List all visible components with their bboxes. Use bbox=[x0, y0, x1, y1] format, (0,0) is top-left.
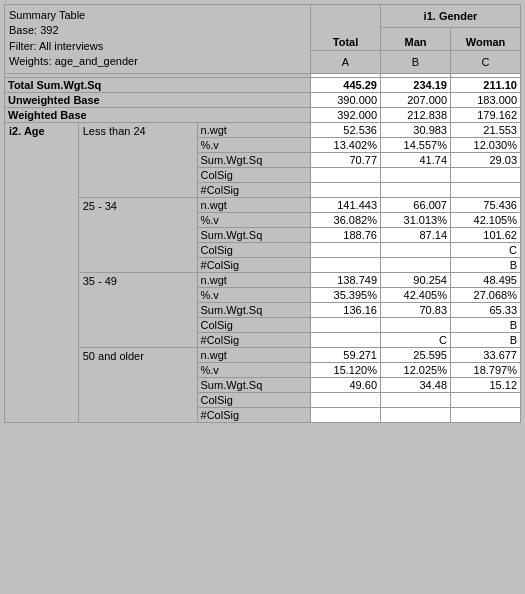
data-cell-a: 59.271 bbox=[311, 347, 381, 362]
age-group-label: 35 - 49 bbox=[78, 272, 197, 347]
data-cell-c: 18.797% bbox=[451, 362, 521, 377]
stat-label: ColSig bbox=[197, 242, 310, 257]
data-cell-c: 12.030% bbox=[451, 137, 521, 152]
data-cell-c bbox=[451, 167, 521, 182]
data-cell-c: 27.068% bbox=[451, 287, 521, 302]
gender-header: i1. Gender bbox=[381, 5, 521, 28]
data-cell-a bbox=[311, 242, 381, 257]
data-cell-c: 29.03 bbox=[451, 152, 521, 167]
data-cell-c: 101.62 bbox=[451, 227, 521, 242]
data-cell-a: 13.402% bbox=[311, 137, 381, 152]
data-cell-b: 87.14 bbox=[381, 227, 451, 242]
data-cell-c bbox=[451, 407, 521, 422]
stat-label: n.wgt bbox=[197, 272, 310, 287]
base: Base: 392 bbox=[9, 24, 59, 36]
weights: Weights: age_and_gender bbox=[9, 55, 138, 67]
unweighted-base-a: 390.000 bbox=[311, 92, 381, 107]
total-sum-row: Total Sum.Wgt.Sq 445.29 234.19 211.10 bbox=[5, 77, 521, 92]
data-cell-b: 66.007 bbox=[381, 197, 451, 212]
data-cell-a: 138.749 bbox=[311, 272, 381, 287]
data-cell-b bbox=[381, 182, 451, 197]
data-cell-c: C bbox=[451, 242, 521, 257]
data-cell-a: 35.395% bbox=[311, 287, 381, 302]
stat-label: %.v bbox=[197, 137, 310, 152]
data-cell-a: 36.082% bbox=[311, 212, 381, 227]
total-sum-c: 211.10 bbox=[451, 77, 521, 92]
table-row: 25 - 34n.wgt141.44366.00775.436 bbox=[5, 197, 521, 212]
data-cell-c: 65.33 bbox=[451, 302, 521, 317]
data-cell-c: 48.495 bbox=[451, 272, 521, 287]
unweighted-base-row: Unweighted Base 390.000 207.000 183.000 bbox=[5, 92, 521, 107]
weighted-base-label: Weighted Base bbox=[5, 107, 311, 122]
data-cell-b: 30.983 bbox=[381, 122, 451, 137]
col-b-label: B bbox=[381, 50, 451, 73]
data-cell-b: 90.254 bbox=[381, 272, 451, 287]
data-cell-a: 70.77 bbox=[311, 152, 381, 167]
data-cell-b: C bbox=[381, 332, 451, 347]
data-cell-a: 15.120% bbox=[311, 362, 381, 377]
unweighted-base-label: Unweighted Base bbox=[5, 92, 311, 107]
data-cell-b bbox=[381, 257, 451, 272]
col-c-label: C bbox=[451, 50, 521, 73]
data-cell-a: 52.536 bbox=[311, 122, 381, 137]
stat-label: n.wgt bbox=[197, 347, 310, 362]
data-cell-c bbox=[451, 392, 521, 407]
data-cell-c: 33.677 bbox=[451, 347, 521, 362]
total-sum-a: 445.29 bbox=[311, 77, 381, 92]
data-cell-a: 49.60 bbox=[311, 377, 381, 392]
weighted-base-a: 392.000 bbox=[311, 107, 381, 122]
stat-label: %.v bbox=[197, 287, 310, 302]
data-cell-b: 25.595 bbox=[381, 347, 451, 362]
woman-header: Woman bbox=[451, 27, 521, 50]
table-row: 50 and oldern.wgt59.27125.59533.677 bbox=[5, 347, 521, 362]
data-cell-a: 136.16 bbox=[311, 302, 381, 317]
filter: Filter: All interviews bbox=[9, 40, 103, 52]
data-cell-a bbox=[311, 317, 381, 332]
col-a-label: A bbox=[311, 50, 381, 73]
stat-label: Sum.Wgt.Sq bbox=[197, 302, 310, 317]
data-cell-c: B bbox=[451, 317, 521, 332]
stat-label: #ColSig bbox=[197, 182, 310, 197]
data-cell-a bbox=[311, 257, 381, 272]
total-sum-label: Total Sum.Wgt.Sq bbox=[5, 77, 311, 92]
data-cell-b: 34.48 bbox=[381, 377, 451, 392]
man-header: Man bbox=[381, 27, 451, 50]
data-cell-b bbox=[381, 242, 451, 257]
weighted-base-b: 212.838 bbox=[381, 107, 451, 122]
data-cell-a bbox=[311, 332, 381, 347]
stat-label: %.v bbox=[197, 212, 310, 227]
data-cell-a: 141.443 bbox=[311, 197, 381, 212]
data-cell-b bbox=[381, 167, 451, 182]
total-sum-b: 234.19 bbox=[381, 77, 451, 92]
data-cell-b bbox=[381, 317, 451, 332]
stat-label: #ColSig bbox=[197, 407, 310, 422]
data-cell-b: 70.83 bbox=[381, 302, 451, 317]
stat-label: #ColSig bbox=[197, 257, 310, 272]
data-cell-b bbox=[381, 407, 451, 422]
stat-label: Sum.Wgt.Sq bbox=[197, 152, 310, 167]
data-cell-a: 188.76 bbox=[311, 227, 381, 242]
i2-age-label: i2. Age bbox=[5, 122, 79, 422]
data-cell-c: 42.105% bbox=[451, 212, 521, 227]
data-cell-b: 31.013% bbox=[381, 212, 451, 227]
data-cell-c: B bbox=[451, 332, 521, 347]
unweighted-base-b: 207.000 bbox=[381, 92, 451, 107]
summary-header: Summary Table Base: 392 Filter: All inte… bbox=[5, 5, 311, 74]
age-group-label: Less than 24 bbox=[78, 122, 197, 197]
total-header: Total bbox=[311, 5, 381, 51]
data-cell-a bbox=[311, 182, 381, 197]
stat-label: n.wgt bbox=[197, 197, 310, 212]
data-cell-b: 14.557% bbox=[381, 137, 451, 152]
stat-label: ColSig bbox=[197, 392, 310, 407]
stat-label: ColSig bbox=[197, 317, 310, 332]
unweighted-base-c: 183.000 bbox=[451, 92, 521, 107]
table-row: 35 - 49n.wgt138.74990.25448.495 bbox=[5, 272, 521, 287]
data-cell-a bbox=[311, 407, 381, 422]
stat-label: ColSig bbox=[197, 167, 310, 182]
data-cell-b: 12.025% bbox=[381, 362, 451, 377]
age-group-label: 50 and older bbox=[78, 347, 197, 422]
age-group-label: 25 - 34 bbox=[78, 197, 197, 272]
data-cell-c: 21.553 bbox=[451, 122, 521, 137]
data-cell-b: 41.74 bbox=[381, 152, 451, 167]
data-cell-c: 75.436 bbox=[451, 197, 521, 212]
